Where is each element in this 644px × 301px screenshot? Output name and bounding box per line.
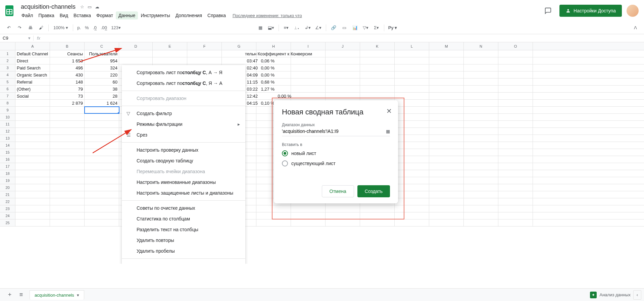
col-header[interactable]: F bbox=[187, 42, 222, 50]
rotate-icon[interactable]: ∠▾ bbox=[314, 23, 323, 33]
cell[interactable] bbox=[498, 170, 533, 177]
cell[interactable] bbox=[50, 128, 85, 135]
cell[interactable]: Сеансы bbox=[50, 50, 85, 57]
row-header[interactable]: 5 bbox=[0, 79, 15, 85]
cell[interactable] bbox=[15, 100, 50, 106]
cell[interactable] bbox=[429, 198, 464, 205]
cell[interactable] bbox=[15, 198, 50, 205]
cell[interactable] bbox=[85, 156, 119, 163]
increase-decimal-btn[interactable]: .00̲ bbox=[99, 25, 108, 30]
cell[interactable] bbox=[464, 205, 498, 212]
move-icon[interactable]: ▭ bbox=[88, 4, 92, 9]
dd-create-filter[interactable]: ▽Создать фильтр bbox=[122, 108, 245, 119]
cell[interactable] bbox=[50, 184, 85, 191]
menu-help[interactable]: Справка bbox=[205, 11, 229, 19]
cell[interactable]: 2 879 bbox=[50, 100, 85, 106]
dd-cleanup[interactable]: Советы по очистке данных bbox=[122, 203, 245, 213]
col-header[interactable]: E bbox=[153, 42, 187, 50]
cell[interactable] bbox=[498, 79, 533, 85]
row-header[interactable]: 2 bbox=[0, 57, 15, 64]
cell[interactable] bbox=[395, 64, 429, 71]
cell[interactable] bbox=[429, 170, 464, 177]
share-button[interactable]: Настройки Доступа bbox=[559, 5, 622, 17]
cell[interactable] bbox=[15, 184, 50, 191]
cell[interactable] bbox=[85, 170, 119, 177]
cell[interactable] bbox=[85, 205, 119, 212]
cell[interactable] bbox=[50, 107, 85, 113]
cell[interactable] bbox=[50, 177, 85, 184]
cell[interactable]: Пользователи bbox=[85, 50, 119, 57]
cell[interactable] bbox=[429, 121, 464, 128]
cell[interactable] bbox=[15, 170, 50, 177]
cloud-icon[interactable]: ☁ bbox=[95, 4, 99, 9]
cell[interactable] bbox=[464, 156, 498, 163]
cell[interactable] bbox=[85, 121, 119, 128]
dd-trim[interactable]: Удалить пробелы bbox=[122, 246, 245, 256]
cell[interactable] bbox=[15, 205, 50, 212]
cell[interactable] bbox=[50, 198, 85, 205]
menu-data[interactable]: Данные bbox=[116, 11, 138, 19]
more-formats-btn[interactable]: 123▾ bbox=[110, 25, 122, 30]
cell[interactable] bbox=[153, 50, 187, 57]
dd-named-ranges[interactable]: Настроить именованные диапазоны bbox=[122, 177, 245, 188]
row-header[interactable]: 15 bbox=[0, 149, 15, 156]
cell[interactable]: Referral bbox=[15, 79, 50, 85]
radio-existing-sheet[interactable]: существующий лист bbox=[282, 158, 390, 168]
cell[interactable] bbox=[50, 156, 85, 163]
dd-split-text[interactable]: Разделить текст на столбцы bbox=[122, 224, 245, 235]
cell[interactable] bbox=[85, 184, 119, 191]
cell[interactable] bbox=[429, 128, 464, 135]
row-header[interactable]: 1 bbox=[0, 50, 15, 57]
dd-remove-dup[interactable]: Удалить повторы bbox=[122, 235, 245, 246]
cell[interactable] bbox=[15, 114, 50, 120]
cell[interactable] bbox=[429, 57, 464, 64]
borders-icon[interactable]: ▦ bbox=[256, 23, 265, 33]
cell[interactable]: 1 653 bbox=[50, 57, 85, 64]
cell[interactable] bbox=[119, 57, 153, 64]
cell[interactable] bbox=[429, 107, 464, 113]
cell[interactable] bbox=[50, 212, 85, 219]
cell[interactable] bbox=[85, 142, 119, 149]
cell[interactable] bbox=[15, 128, 50, 135]
cell[interactable] bbox=[85, 198, 119, 205]
cell[interactable] bbox=[464, 114, 498, 120]
cell[interactable] bbox=[15, 156, 50, 163]
sheet-tab[interactable]: acquisition-channels ▾ bbox=[30, 290, 84, 300]
cell[interactable] bbox=[498, 135, 533, 142]
valign-icon[interactable]: ⟂▾ bbox=[292, 23, 302, 33]
cell[interactable] bbox=[326, 219, 360, 226]
collapse-toolbar-icon[interactable]: ᐱ bbox=[631, 23, 640, 33]
menu-file[interactable]: Файл bbox=[19, 11, 36, 19]
side-panel-toggle[interactable]: ‹ bbox=[633, 290, 641, 300]
close-icon[interactable]: ✕ bbox=[386, 107, 392, 115]
cell[interactable] bbox=[395, 50, 429, 57]
row-header[interactable]: 9 bbox=[0, 107, 15, 113]
cell[interactable] bbox=[464, 212, 498, 219]
cell[interactable] bbox=[429, 191, 464, 198]
cell[interactable]: Paid Search bbox=[15, 64, 50, 71]
cell[interactable] bbox=[326, 86, 360, 92]
cell[interactable] bbox=[464, 71, 498, 78]
cell[interactable] bbox=[15, 121, 50, 128]
cell[interactable] bbox=[498, 71, 533, 78]
cell[interactable] bbox=[429, 135, 464, 142]
cell[interactable] bbox=[498, 64, 533, 71]
cell[interactable] bbox=[429, 156, 464, 163]
all-sheets-icon[interactable]: ≡ bbox=[15, 290, 27, 300]
cell[interactable] bbox=[50, 142, 85, 149]
select-range-icon[interactable]: ▦ bbox=[386, 129, 390, 134]
cell[interactable] bbox=[360, 64, 395, 71]
cancel-button[interactable]: Отмена bbox=[322, 185, 354, 197]
cell[interactable]: 1 624 bbox=[85, 100, 119, 106]
col-header[interactable]: G bbox=[222, 42, 256, 50]
col-header[interactable]: D bbox=[119, 42, 153, 50]
cell[interactable]: Organic Search bbox=[15, 71, 50, 78]
row-header[interactable]: 10 bbox=[0, 114, 15, 120]
cell[interactable] bbox=[498, 93, 533, 99]
cell[interactable] bbox=[498, 142, 533, 149]
cell[interactable] bbox=[429, 100, 464, 106]
comment-icon[interactable]: ▭ bbox=[340, 23, 349, 33]
cell[interactable] bbox=[360, 57, 395, 64]
col-header[interactable]: J bbox=[326, 42, 360, 50]
cell[interactable] bbox=[429, 219, 464, 226]
